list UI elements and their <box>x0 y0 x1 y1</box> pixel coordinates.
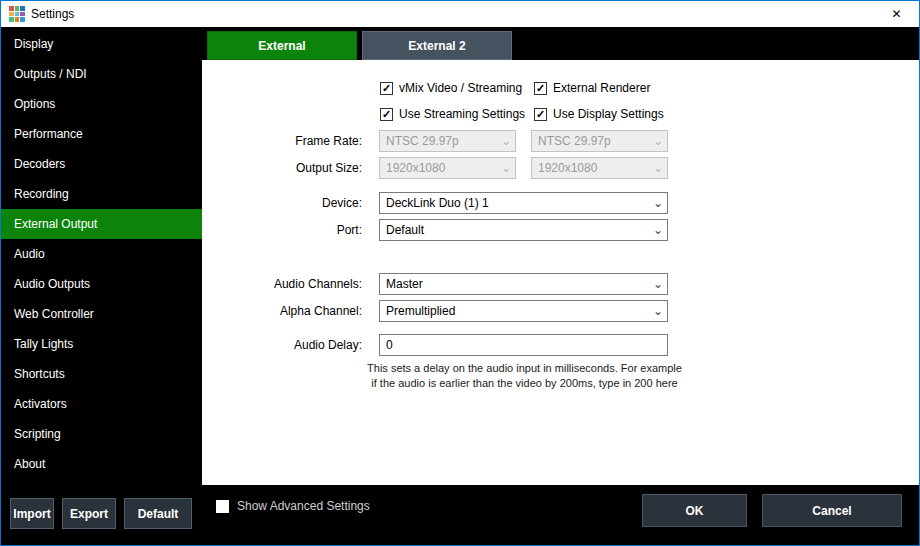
frame-rate-label: Frame Rate: <box>202 130 362 152</box>
window-body: Display Outputs / NDI Options Performanc… <box>1 27 919 485</box>
checkbox-vmix-video-streaming[interactable]: vMix Video / Streaming <box>380 80 522 96</box>
audio-delay-help-text: This sets a delay on the audio input in … <box>367 361 682 391</box>
audio-channels-select[interactable]: Master ⌄ <box>379 273 668 295</box>
chevron-down-icon: ⌄ <box>649 275 667 293</box>
alpha-channel-label: Alpha Channel: <box>202 300 362 322</box>
device-select[interactable]: DeckLink Duo (1) 1 ⌄ <box>379 192 668 214</box>
output-size-select-2[interactable]: 1920x1080 ⌄ <box>531 157 668 179</box>
chevron-down-icon: ⌄ <box>649 132 667 150</box>
sidebar-item-display[interactable]: Display <box>1 29 202 59</box>
default-button[interactable]: Default <box>124 498 192 529</box>
audio-delay-input[interactable] <box>379 334 668 356</box>
import-button[interactable]: Import <box>10 498 54 529</box>
sidebar-item-audio-outputs[interactable]: Audio Outputs <box>1 269 202 299</box>
output-size-select-1[interactable]: 1920x1080 ⌄ <box>379 157 516 179</box>
sidebar-item-tally-lights[interactable]: Tally Lights <box>1 329 202 359</box>
checkbox-box <box>380 108 393 121</box>
sidebar-item-web-controller[interactable]: Web Controller <box>1 299 202 329</box>
sidebar: Display Outputs / NDI Options Performanc… <box>1 27 202 485</box>
checkbox-box <box>534 108 547 121</box>
tab-external[interactable]: External <box>207 31 357 60</box>
main-panel: External External 2 vMix Video / Streami… <box>202 27 919 485</box>
checkbox-label: External Renderer <box>553 81 650 95</box>
sidebar-item-scripting[interactable]: Scripting <box>1 419 202 449</box>
settings-window: Settings ✕ Display Outputs / NDI Options… <box>0 0 920 546</box>
chevron-down-icon: ⌄ <box>649 302 667 320</box>
sidebar-item-decoders[interactable]: Decoders <box>1 149 202 179</box>
vmix-logo-icon <box>9 6 25 22</box>
external-output-form: vMix Video / Streaming External Renderer… <box>202 60 919 485</box>
chevron-down-icon: ⌄ <box>649 159 667 177</box>
show-advanced-settings-label: Show Advanced Settings <box>237 499 370 513</box>
sidebar-item-outputs-ndi[interactable]: Outputs / NDI <box>1 59 202 89</box>
checkbox-external-renderer[interactable]: External Renderer <box>534 80 650 96</box>
export-button[interactable]: Export <box>62 498 116 529</box>
checkbox-label: vMix Video / Streaming <box>399 81 522 95</box>
tab-strip: External External 2 <box>202 27 919 60</box>
audio-channels-label: Audio Channels: <box>202 273 362 295</box>
device-label: Device: <box>202 192 362 214</box>
titlebar: Settings ✕ <box>1 1 919 27</box>
sidebar-item-about[interactable]: About <box>1 449 202 479</box>
alpha-channel-select[interactable]: Premultiplied ⌄ <box>379 300 668 322</box>
ok-button[interactable]: OK <box>642 494 747 527</box>
port-select[interactable]: Default ⌄ <box>379 219 668 241</box>
sidebar-item-audio[interactable]: Audio <box>1 239 202 269</box>
checkbox-use-display-settings[interactable]: Use Display Settings <box>534 106 664 122</box>
chevron-down-icon: ⌄ <box>497 132 515 150</box>
checkbox-label: Use Streaming Settings <box>399 107 525 121</box>
sidebar-item-performance[interactable]: Performance <box>1 119 202 149</box>
close-icon[interactable]: ✕ <box>874 1 919 27</box>
checkbox-label: Use Display Settings <box>553 107 664 121</box>
sidebar-item-options[interactable]: Options <box>1 89 202 119</box>
show-advanced-settings-checkbox[interactable]: Show Advanced Settings <box>216 499 370 513</box>
sidebar-item-recording[interactable]: Recording <box>1 179 202 209</box>
frame-rate-select-1[interactable]: NTSC 29.97p ⌄ <box>379 130 516 152</box>
audio-delay-label: Audio Delay: <box>202 334 362 356</box>
chevron-down-icon: ⌄ <box>497 159 515 177</box>
output-size-label: Output Size: <box>202 157 362 179</box>
tab-external-2[interactable]: External 2 <box>362 31 512 60</box>
checkbox-box <box>216 500 229 513</box>
port-label: Port: <box>202 219 362 241</box>
footer-bar: Import Export Default Show Advanced Sett… <box>1 485 919 545</box>
sidebar-item-external-output[interactable]: External Output <box>1 209 202 239</box>
cancel-button[interactable]: Cancel <box>762 494 902 527</box>
chevron-down-icon: ⌄ <box>649 221 667 239</box>
sidebar-item-activators[interactable]: Activators <box>1 389 202 419</box>
sidebar-item-shortcuts[interactable]: Shortcuts <box>1 359 202 389</box>
checkbox-use-streaming-settings[interactable]: Use Streaming Settings <box>380 106 525 122</box>
checkbox-box <box>380 82 393 95</box>
chevron-down-icon: ⌄ <box>649 194 667 212</box>
checkbox-box <box>534 82 547 95</box>
window-title: Settings <box>31 7 74 21</box>
frame-rate-select-2[interactable]: NTSC 29.97p ⌄ <box>531 130 668 152</box>
